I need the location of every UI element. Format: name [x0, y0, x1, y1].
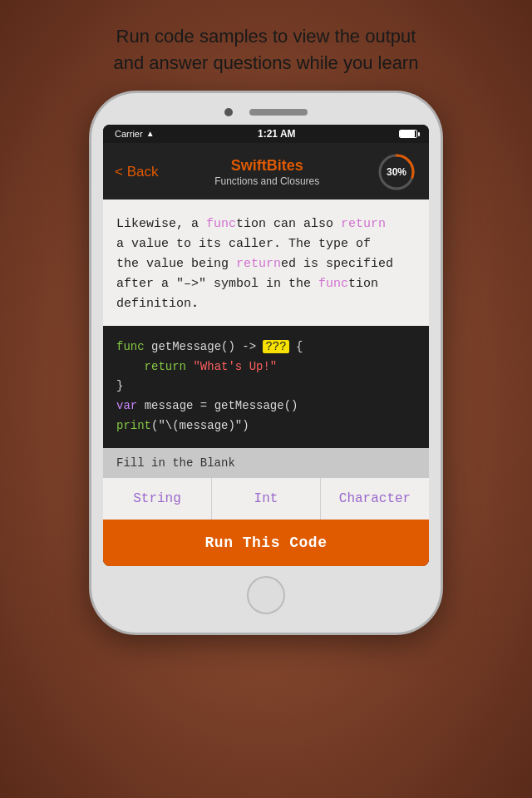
nav-subtitle: Functions and Closures — [214, 175, 319, 187]
answer-option-int[interactable]: Int — [212, 478, 321, 520]
status-bar: Carrier ▲ 1:21 AM — [103, 125, 429, 143]
answer-row: String Int Character — [103, 478, 429, 520]
phone-screen: Carrier ▲ 1:21 AM < Back SwiftBites Func… — [103, 125, 429, 566]
answer-character-label: Character — [339, 491, 411, 506]
carrier-info: Carrier ▲ — [115, 129, 155, 139]
carrier-label: Carrier — [115, 129, 143, 139]
fill-blank-header: Fill in the Blank — [103, 448, 429, 478]
answer-option-character[interactable]: Character — [321, 478, 429, 520]
phone-top-bar — [103, 108, 429, 116]
keyword-func: func — [206, 217, 236, 231]
phone-bottom — [103, 576, 429, 614]
home-button[interactable] — [247, 576, 285, 614]
keyword-return: return — [341, 217, 386, 231]
run-button[interactable]: Run This Code — [103, 520, 429, 566]
code-line-5: print("\(message)") — [116, 416, 416, 436]
wifi-icon: ▲ — [146, 129, 155, 138]
battery-icon — [399, 130, 417, 138]
fill-blank-label: Fill in the Blank — [116, 456, 235, 470]
nav-bar: < Back SwiftBites Functions and Closures… — [103, 143, 429, 200]
code-line-3: } — [116, 377, 416, 397]
top-text-area: Run code samples to view the output and … — [81, 0, 452, 93]
answer-string-label: String — [133, 491, 181, 506]
speaker-icon — [249, 109, 308, 116]
text-block: Likewise, a function can also return a v… — [103, 200, 429, 326]
code-line-2: return "What's Up!" — [116, 357, 416, 377]
phone-shell: Carrier ▲ 1:21 AM < Back SwiftBites Func… — [91, 93, 441, 633]
back-button[interactable]: < Back — [115, 164, 158, 180]
battery-fill — [400, 131, 415, 137]
run-button-label: Run This Code — [205, 534, 328, 551]
code-block: func getMessage() -> ??? { return "What'… — [103, 326, 429, 448]
top-text-line2: and answer questions while you learn — [114, 52, 419, 73]
code-line-4: var message = getMessage() — [116, 397, 416, 416]
time-display: 1:21 AM — [258, 128, 296, 140]
progress-label: 30% — [387, 166, 406, 178]
answer-int-label: Int — [254, 491, 278, 506]
nav-title-group: SwiftBites Functions and Closures — [214, 157, 319, 187]
code-line-1: func getMessage() -> ??? { — [116, 337, 416, 357]
keyword-returned: return — [236, 257, 281, 271]
top-text-line1: Run code samples to view the output — [116, 26, 416, 47]
keyword-func2: func — [318, 277, 348, 291]
answer-option-string[interactable]: String — [103, 478, 212, 520]
nav-title: SwiftBites — [214, 157, 319, 175]
progress-circle: 30% — [376, 151, 417, 193]
camera-icon — [224, 108, 233, 116]
